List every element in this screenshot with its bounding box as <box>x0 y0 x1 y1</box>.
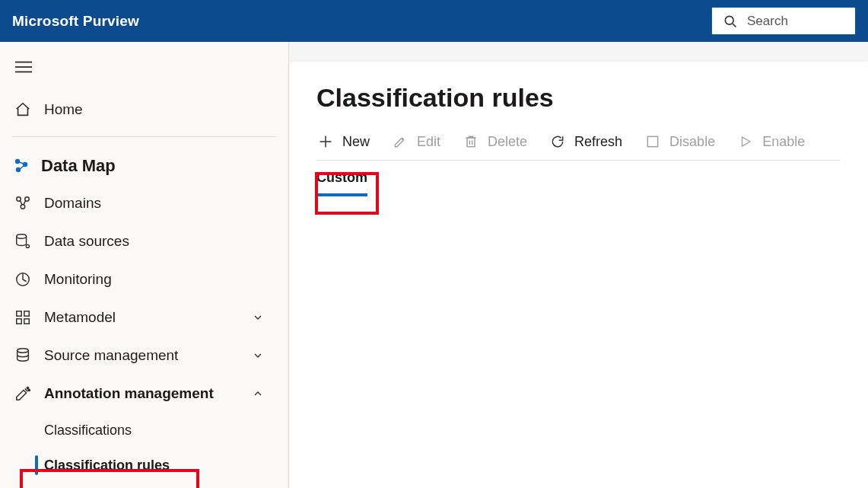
delete-icon <box>462 132 480 151</box>
svg-point-19 <box>27 388 28 389</box>
nav-section-label: Data Map <box>41 156 116 176</box>
chevron-up-icon <box>249 384 267 403</box>
nav-item-annotation-management[interactable]: Annotation management <box>12 375 276 413</box>
nav-divider <box>12 136 276 137</box>
svg-point-0 <box>725 16 733 24</box>
disable-button: Disable <box>644 132 715 151</box>
toolbar-label: Disable <box>669 134 715 150</box>
enable-icon <box>736 132 755 151</box>
nav-item-data-sources[interactable]: Data sources <box>12 222 276 260</box>
app-header: Microsoft Purview Search <box>0 0 868 42</box>
svg-rect-26 <box>647 136 657 146</box>
svg-point-18 <box>17 349 29 353</box>
edit-icon <box>391 132 409 151</box>
svg-rect-17 <box>24 319 29 324</box>
nav-item-label: Metamodel <box>44 309 116 326</box>
search-placeholder: Search <box>747 14 788 29</box>
home-icon <box>14 100 32 119</box>
subnav-label: Classification rules <box>44 458 170 474</box>
annotation-management-icon <box>14 384 32 403</box>
nav-item-home[interactable]: Home <box>12 91 276 129</box>
svg-point-7 <box>16 167 21 172</box>
nav-item-label: Annotation management <box>44 385 214 402</box>
svg-rect-16 <box>17 319 21 324</box>
search-icon <box>721 12 739 30</box>
left-nav: Home Data Map Domains <box>0 42 289 488</box>
content-card: Classification rules New <box>289 62 868 488</box>
hamburger-menu[interactable] <box>12 56 35 78</box>
subnav-classifications[interactable]: Classifications <box>12 413 276 448</box>
nav-item-label: Domains <box>44 195 101 212</box>
toolbar-label: Delete <box>488 134 527 150</box>
chevron-down-icon <box>249 346 267 365</box>
nav-item-label: Source management <box>44 347 178 364</box>
toolbar-label: Enable <box>762 134 805 150</box>
edit-button: Edit <box>391 132 440 151</box>
main-area: Classification rules New <box>289 42 868 488</box>
refresh-button[interactable]: Refresh <box>548 132 622 151</box>
tabs: Custom <box>316 170 841 196</box>
nav-item-monitoring[interactable]: Monitoring <box>12 260 276 298</box>
chevron-down-icon <box>249 308 267 327</box>
source-management-icon <box>14 346 32 365</box>
toolbar-label: New <box>342 134 370 150</box>
svg-rect-23 <box>467 138 475 147</box>
page-title: Classification rules <box>316 83 841 113</box>
nav-item-label: Home <box>44 101 83 118</box>
subnav-label: Classifications <box>44 423 132 439</box>
toolbar: New Edit <box>316 132 841 161</box>
delete-button: Delete <box>462 132 527 151</box>
tab-custom[interactable]: Custom <box>316 170 367 196</box>
nav-section-data-map[interactable]: Data Map <box>12 148 276 184</box>
toolbar-label: Edit <box>417 134 440 150</box>
domains-icon <box>14 194 32 212</box>
metamodel-icon <box>14 308 32 327</box>
svg-line-1 <box>733 24 736 27</box>
svg-rect-15 <box>24 311 29 316</box>
nav-item-metamodel[interactable]: Metamodel <box>12 298 276 336</box>
nav-item-source-management[interactable]: Source management <box>12 336 276 375</box>
brand-title: Microsoft Purview <box>12 13 139 30</box>
new-button[interactable]: New <box>316 132 370 151</box>
svg-point-11 <box>17 234 27 239</box>
nav-item-label: Data sources <box>44 233 129 250</box>
toolbar-label: Refresh <box>574 134 622 150</box>
workspace: Home Data Map Domains <box>0 42 868 488</box>
search-box[interactable]: Search <box>711 7 856 35</box>
svg-point-10 <box>21 205 25 209</box>
svg-point-5 <box>15 159 20 164</box>
data-sources-icon <box>14 232 32 250</box>
refresh-icon <box>548 132 567 151</box>
svg-rect-14 <box>17 311 21 316</box>
svg-point-20 <box>28 389 30 391</box>
plus-icon <box>316 132 335 151</box>
monitoring-icon <box>14 270 32 289</box>
subnav-classification-rules[interactable]: Classification rules <box>12 448 276 483</box>
nav-item-domains[interactable]: Domains <box>12 184 276 222</box>
disable-icon <box>644 132 662 151</box>
data-map-icon <box>12 157 30 175</box>
nav-item-label: Monitoring <box>44 271 112 288</box>
enable-button: Enable <box>736 132 805 151</box>
